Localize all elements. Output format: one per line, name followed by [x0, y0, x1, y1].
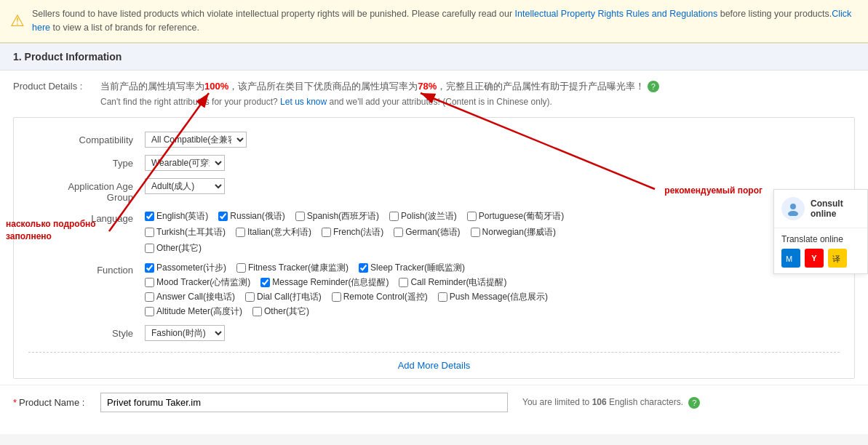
lang-portuguese[interactable]: Portuguese(葡萄牙语)	[467, 210, 564, 222]
svg-point-0	[790, 204, 796, 209]
lang-russian[interactable]: Russian(俄语)	[218, 210, 284, 222]
dotted-divider	[28, 352, 840, 353]
function-label: Function	[28, 262, 145, 276]
lang-other[interactable]: Other(其它)	[145, 242, 202, 254]
func-dial[interactable]: Dial Call(打电话)	[245, 291, 322, 303]
lang-norwegian[interactable]: Norwegian(挪威语)	[471, 226, 556, 238]
lang-english[interactable]: English(英语)	[145, 210, 208, 222]
lang-turkish[interactable]: Turkish(土耳其语)	[145, 226, 226, 238]
function-checkboxes: Passometer(计步) Fitness Tracker(健康监测) Sle…	[145, 262, 558, 318]
char-limit-text: You are limited to 106 English character…	[522, 397, 700, 409]
consult-label: Consultonline	[811, 199, 843, 219]
consult-avatar	[781, 197, 805, 220]
add-more-button[interactable]: Add More Details	[398, 360, 471, 371]
func-sleep[interactable]: Sleep Tracker(睡眠监测)	[359, 262, 465, 274]
annotation-left: насколько подробнозаполнено	[6, 218, 96, 243]
warning-bar: ⚠ Sellers found to have listed products …	[0, 0, 868, 43]
required-star: *	[13, 397, 17, 408]
lang-polish[interactable]: Polish(波兰语)	[389, 210, 457, 222]
lang-italian[interactable]: Italian(意大利语)	[236, 226, 311, 238]
warning-icon: ⚠	[10, 9, 25, 33]
main-content: 1. Product Information Product Details :…	[0, 43, 868, 435]
cant-find-text: Can't find the right attributes for your…	[100, 97, 855, 107]
fill-rate-text: 当前产品的属性填写率为100%，该产品所在类目下优质商品的属性填写率为78%，完…	[100, 79, 855, 95]
style-label: Style	[28, 325, 145, 339]
func-mood[interactable]: Mood Tracker(心情监测)	[145, 276, 250, 289]
section-title: 1. Product Information	[0, 43, 868, 71]
func-message[interactable]: Message Reminder(信息提醒)	[260, 276, 389, 289]
help-icon-fill[interactable]: ?	[648, 81, 659, 92]
product-name-input[interactable]	[100, 393, 508, 412]
type-row: Type Wearable(可穿式) Other	[14, 151, 854, 175]
function-line-4: Altitude Meter(高度计) Other(其它)	[145, 305, 558, 318]
product-name-row: *Product Name : You are limited to 106 E…	[0, 385, 868, 420]
func-other[interactable]: Other(其它)	[252, 305, 309, 318]
age-select[interactable]: Adult(成人) Children Youth	[145, 178, 225, 194]
function-line-2: Mood Tracker(心情监测) Message Reminder(信息提醒…	[145, 276, 558, 289]
product-details-label: Product Details :	[13, 79, 93, 92]
type-content: Wearable(可穿式) Other	[145, 155, 840, 171]
product-name-label: *Product Name :	[13, 397, 93, 408]
consult-button[interactable]: Consultonline	[774, 190, 867, 228]
annotation-right: рекомендуемый порог	[664, 185, 763, 196]
func-answer[interactable]: Answer Call(接电话)	[145, 291, 235, 303]
yandex-translate-icon[interactable]: Y	[805, 249, 824, 268]
svg-point-1	[788, 211, 798, 216]
type-select[interactable]: Wearable(可穿式) Other	[145, 155, 225, 171]
right-panel: Consultonline Translate online M Y 译	[773, 189, 868, 274]
third-translate-icon[interactable]: 译	[828, 249, 847, 268]
func-altitude[interactable]: Altitude Meter(高度计)	[145, 305, 242, 318]
product-details-row: Product Details : 当前产品的属性填写率为100%，该产品所在类…	[0, 71, 868, 112]
lang-spanish[interactable]: Spanish(西班牙语)	[295, 210, 379, 222]
language-row: Language English(英语) Russian(俄语) Spanish…	[14, 207, 854, 258]
lang-german[interactable]: German(德语)	[394, 226, 460, 238]
function-content: Passometer(计步) Fitness Tracker(健康监测) Sle…	[145, 262, 840, 318]
function-row: Function Passometer(计步) Fitness Tracker(…	[14, 258, 854, 321]
product-details-content: 当前产品的属性填写率为100%，该产品所在类目下优质商品的属性填写率为78%，完…	[100, 79, 855, 108]
compatibility-label: Compatibility	[28, 132, 145, 145]
language-content: English(英语) Russian(俄语) Spanish(西班牙语) Po…	[145, 210, 840, 254]
form-panel: Compatibility All Compatible(全兼容) iOS On…	[13, 117, 855, 379]
svg-text:译: 译	[832, 254, 840, 263]
func-passometer[interactable]: Passometer(计步)	[145, 262, 226, 274]
function-line-3: Answer Call(接电话) Dial Call(打电话) Remote C…	[145, 291, 558, 303]
style-select[interactable]: Fashion(时尚) Sport Classic	[145, 325, 225, 341]
func-push[interactable]: Push Message(信息展示)	[438, 291, 548, 303]
compatibility-content: All Compatible(全兼容) iOS Only Android Onl…	[145, 132, 840, 148]
type-label: Type	[28, 155, 145, 169]
help-icon-char[interactable]: ?	[688, 397, 700, 409]
compatibility-row: Compatibility All Compatible(全兼容) iOS On…	[14, 128, 854, 151]
func-call-reminder[interactable]: Call Reminder(电话提醒)	[399, 276, 506, 289]
style-row: Style Fashion(时尚) Sport Classic	[14, 321, 854, 345]
style-content: Fashion(时尚) Sport Classic	[145, 325, 840, 341]
ipr-link[interactable]: Intellectual Property Rights Rules and R…	[515, 9, 718, 19]
microsoft-translate-icon[interactable]: M	[781, 249, 800, 268]
translate-label: Translate online	[781, 234, 860, 244]
let-us-know-link[interactable]: Let us know	[280, 97, 327, 107]
warning-text: Sellers found to have listed products wh…	[32, 7, 858, 35]
lang-french[interactable]: French(法语)	[322, 226, 383, 238]
func-fitness[interactable]: Fitness Tracker(健康监测)	[236, 262, 349, 274]
language-checkboxes: English(英语) Russian(俄语) Spanish(西班牙语) Po…	[145, 210, 840, 254]
svg-text:M: M	[786, 254, 792, 263]
age-label: Application Age Group	[28, 178, 145, 203]
compatibility-select[interactable]: All Compatible(全兼容) iOS Only Android Onl…	[145, 132, 247, 148]
translate-icons: M Y 译	[781, 249, 860, 268]
function-line-1: Passometer(计步) Fitness Tracker(健康监测) Sle…	[145, 262, 558, 274]
func-remote[interactable]: Remote Control(遥控)	[332, 291, 428, 303]
translate-section: Translate online M Y 译	[774, 228, 867, 273]
